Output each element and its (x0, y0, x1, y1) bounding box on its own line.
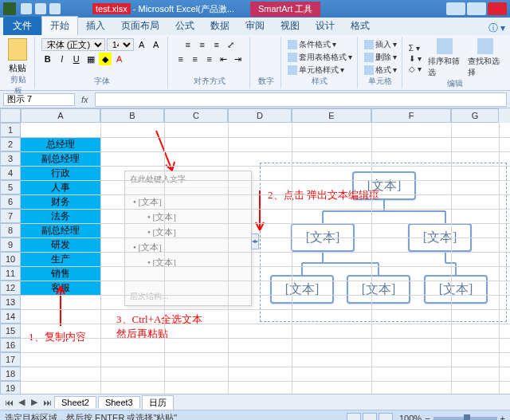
border-button[interactable]: ▦ (84, 53, 97, 65)
format-cells-button[interactable]: 格式 ▾ (364, 65, 397, 76)
data-cell[interactable]: 销售 (21, 266, 100, 281)
row-header[interactable]: 15 (0, 324, 21, 338)
row-header[interactable]: 12 (0, 281, 21, 295)
view-normal-icon[interactable] (347, 413, 361, 421)
zoom-out-button[interactable]: − (425, 414, 430, 421)
cell-styles-button[interactable]: 单元格样式 ▾ (288, 65, 352, 76)
smartart-text-pane[interactable]: 在此处键入文字 • [文本] • [文本] • [文本] • [文本] • [文… (124, 171, 252, 306)
row-header[interactable]: 14 (0, 309, 21, 324)
row-header[interactable]: 9 (0, 237, 21, 252)
row-header[interactable]: 2 (0, 137, 21, 151)
data-cell[interactable]: 副总经理 (21, 223, 100, 237)
data-cell[interactable]: 研发 (21, 237, 100, 252)
tab-formulas[interactable]: 公式 (167, 17, 202, 35)
tab-design[interactable]: 设计 (308, 17, 343, 35)
format-as-table-button[interactable]: 套用表格格式 ▾ (288, 52, 352, 63)
row-header[interactable]: 10 (0, 252, 21, 266)
clear-icon[interactable]: ◇ ▾ (409, 65, 422, 73)
col-header[interactable]: A (21, 108, 100, 123)
bullet-l2[interactable]: • [文本] (147, 226, 243, 238)
col-header[interactable]: F (371, 108, 451, 123)
align-top-icon[interactable]: ≡ (182, 38, 194, 51)
font-size-select[interactable]: 14 (107, 38, 134, 51)
row-header[interactable]: 16 (0, 338, 21, 352)
col-header[interactable]: E (292, 108, 371, 123)
smartart-node[interactable]: [文本] (424, 275, 488, 304)
row-header[interactable]: 18 (0, 367, 21, 381)
sheet-nav-next[interactable]: ▶ (29, 397, 40, 407)
tab-file[interactable]: 文件 (3, 17, 41, 35)
align-mid-icon[interactable]: ≡ (196, 38, 209, 51)
indent-dec-icon[interactable]: ⇤ (218, 53, 230, 65)
font-color-button[interactable]: A (113, 53, 126, 65)
data-cell[interactable]: 行政 (21, 166, 100, 180)
data-cell[interactable]: 法务 (21, 209, 100, 223)
data-cell[interactable]: 人事 (21, 180, 100, 194)
minimize-button[interactable] (446, 2, 465, 15)
fx-icon[interactable]: fx (78, 95, 92, 104)
row-header[interactable]: 19 (0, 381, 21, 394)
row-header[interactable]: 3 (0, 151, 21, 166)
tab-format[interactable]: 格式 (343, 17, 378, 35)
font-name-select[interactable]: 宋体 (正文) (41, 38, 105, 51)
bullet-l2[interactable]: • [文本] (147, 211, 243, 223)
col-header[interactable]: G (451, 108, 499, 123)
row-header[interactable]: 13 (0, 295, 21, 309)
qat-save-icon[interactable] (21, 3, 32, 14)
data-cell[interactable]: 副总经理 (21, 151, 100, 166)
smartart-graphic[interactable]: ◂▸ [文本] [文本] [文本] [文本] [文本] [文本] (260, 163, 507, 322)
sort-filter-button[interactable]: 排序和筛选 (428, 38, 462, 78)
row-header[interactable]: 17 (0, 352, 21, 367)
underline-button[interactable]: U (70, 53, 83, 65)
tab-view[interactable]: 视图 (273, 17, 308, 35)
view-break-icon[interactable] (379, 413, 393, 421)
view-layout-icon[interactable] (363, 413, 377, 421)
zoom-in-button[interactable]: + (500, 414, 505, 421)
fill-icon[interactable]: ⬇ ▾ (409, 54, 422, 63)
help-icon[interactable]: ⓘ ▾ (488, 22, 505, 35)
tab-review[interactable]: 审阅 (237, 17, 273, 35)
insert-cells-button[interactable]: 插入 ▾ (364, 39, 397, 50)
col-header[interactable]: B (100, 108, 164, 123)
data-cell[interactable]: 财务 (21, 194, 100, 209)
conditional-format-button[interactable]: 条件格式 ▾ (288, 39, 352, 50)
col-header[interactable]: D (228, 108, 292, 123)
tab-home[interactable]: 开始 (41, 16, 78, 35)
text-pane-bullets[interactable]: • [文本] • [文本] • [文本] • [文本] • [文本] (125, 188, 251, 277)
find-select-button[interactable]: 查找和选择 (468, 38, 502, 78)
align-center-icon[interactable]: ≡ (189, 53, 202, 65)
select-all-corner[interactable] (0, 108, 21, 123)
close-button[interactable] (488, 2, 507, 15)
col-header[interactable]: C (164, 108, 228, 123)
data-cell[interactable]: 生产 (21, 252, 100, 266)
row-header[interactable]: 6 (0, 194, 21, 209)
align-bot-icon[interactable]: ≡ (210, 38, 223, 51)
tab-insert[interactable]: 插入 (78, 17, 113, 35)
qat-redo-icon[interactable] (49, 3, 61, 14)
smartart-node[interactable]: [文本] (347, 275, 410, 304)
formula-bar[interactable] (95, 92, 507, 107)
sheet-nav-last[interactable]: ⏭ (41, 398, 53, 407)
name-box[interactable] (3, 93, 75, 106)
row-header[interactable]: 11 (0, 266, 21, 281)
align-left-icon[interactable]: ≡ (175, 53, 187, 65)
delete-cells-button[interactable]: 删除 ▾ (364, 52, 397, 63)
sheet-tab[interactable]: Sheet2 (54, 396, 96, 408)
sheet-nav-first[interactable]: ⏮ (3, 398, 14, 407)
worksheet[interactable]: ABCDEFG 1234567891011121314151617181920 … (0, 108, 510, 394)
row-header[interactable]: 8 (0, 223, 21, 237)
text-pane-toggle[interactable]: ◂▸ (251, 234, 259, 249)
fill-color-button[interactable]: ◆ (99, 53, 112, 65)
bullet-l1[interactable]: • [文本] (133, 196, 243, 208)
align-right-icon[interactable]: ≡ (203, 53, 216, 65)
sheet-tab[interactable]: Sheet3 (98, 396, 140, 408)
shrink-font-icon[interactable]: A (150, 38, 163, 51)
tab-layout[interactable]: 页面布局 (113, 17, 167, 35)
row-header[interactable]: 1 (0, 123, 21, 137)
tab-data[interactable]: 数据 (202, 17, 237, 35)
orientation-icon[interactable]: ⤢ (225, 38, 237, 51)
zoom-level[interactable]: 100% (399, 414, 422, 421)
zoom-slider[interactable] (434, 417, 497, 420)
italic-button[interactable]: I (56, 53, 69, 65)
paste-button[interactable]: 粘贴 (8, 38, 27, 74)
